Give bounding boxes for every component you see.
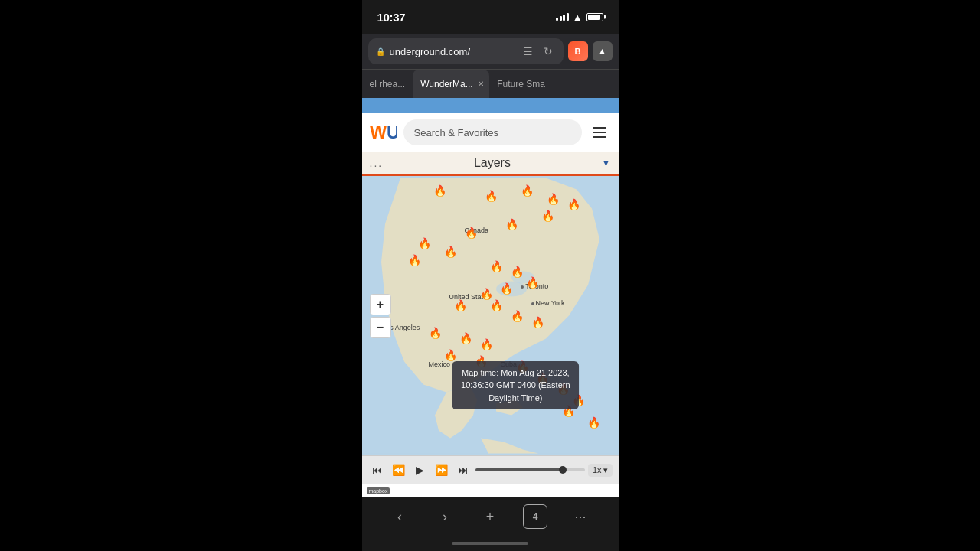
fire-icon: 🔥	[505, 218, 518, 230]
wu-header: WU Search & Favorites	[362, 113, 619, 152]
status-bar: 10:37 ▲	[362, 0, 619, 34]
layers-label: Layers	[383, 156, 601, 170]
fire-icon: 🔥	[408, 254, 421, 266]
fire-icon: 🔥	[480, 338, 493, 350]
add-tab-button[interactable]: +	[478, 504, 502, 529]
forward-button[interactable]: ›	[433, 504, 457, 529]
forward-icon: ›	[443, 509, 447, 525]
fire-icon: 🔥	[587, 416, 600, 429]
back-icon: ‹	[397, 509, 402, 525]
tooltip-line2: 10:36:30 GMT-0400 (Eastern	[461, 380, 570, 390]
tab-2[interactable]: WunderMa... ✕	[413, 70, 489, 99]
map-svg	[362, 176, 619, 455]
play-button[interactable]: ▶	[411, 461, 430, 479]
tab-3[interactable]: Future Sma	[489, 70, 553, 99]
address-input[interactable]: 🔒 underground.com/ ☰ ↻	[368, 38, 564, 64]
reload-icon[interactable]: ↻	[541, 42, 556, 60]
menu-icon	[593, 132, 606, 133]
fire-icon: 🔥	[531, 316, 544, 328]
svg-text:WU: WU	[370, 122, 397, 142]
map-area[interactable]: Los Angeles United States Toronto New Yo…	[362, 176, 619, 455]
add-icon: +	[486, 509, 495, 525]
menu-button[interactable]	[588, 121, 611, 144]
fire-icon: 🔥	[465, 227, 478, 239]
signal-icon	[556, 13, 569, 21]
tab-2-close[interactable]: ✕	[478, 79, 484, 90]
progress-track[interactable]	[475, 468, 585, 471]
playback-bar: ⏮ ⏪ ▶ ⏩ ⏭ 1x ▾	[362, 455, 619, 484]
tab-3-label: Future Sma	[497, 79, 545, 90]
ios-bottom-nav: ‹ › + 4 ···	[362, 497, 619, 536]
tab-count-button[interactable]: 4	[523, 504, 547, 529]
zoom-out-button[interactable]: −	[370, 317, 391, 338]
fire-icon: 🔥	[521, 184, 534, 197]
map-controls: + −	[370, 294, 391, 338]
tabs-bar: el rhea... WunderMa... ✕ Future Sma	[362, 69, 619, 98]
fire-icon: 🔥	[454, 299, 467, 311]
back-button[interactable]: ‹	[387, 504, 412, 529]
city-label-newyork: New York	[531, 299, 565, 307]
fire-icon: 🔥	[490, 260, 503, 272]
tab-count: 4	[533, 511, 538, 522]
reader-mode-icon[interactable]: ☰	[520, 42, 536, 60]
layers-bar[interactable]: ... Layers ▼	[362, 152, 619, 176]
fire-icon: 🔥	[547, 193, 560, 205]
rewind-button[interactable]: ⏪	[390, 461, 408, 479]
mapbox-bar: mapbox	[362, 484, 619, 497]
fire-icon: 🔥	[459, 332, 472, 344]
city-label-mexico: Mexico	[429, 360, 451, 368]
blue-accent-bar	[362, 98, 619, 113]
fire-icon: 🔥	[418, 237, 431, 249]
progress-fill	[475, 468, 564, 471]
tab-1-label: el rhea...	[370, 79, 406, 90]
browser-chrome: 🔒 underground.com/ ☰ ↻ B ▲ el rhea... Wu…	[362, 34, 619, 98]
ios-home-bar	[362, 536, 619, 551]
fire-icon: 🔥	[567, 198, 580, 210]
skip-to-start-button[interactable]: ⏮	[368, 461, 387, 479]
battery-icon	[586, 13, 603, 21]
fire-icon: 🔥	[500, 282, 513, 295]
lock-icon: 🔒	[376, 47, 385, 56]
tooltip-line3: Daylight Time)	[488, 393, 542, 403]
fire-icon: 🔥	[485, 190, 498, 202]
layers-dropdown-arrow: ▼	[602, 158, 611, 168]
fire-icon: 🔥	[511, 310, 524, 322]
fire-icon: 🔥	[444, 246, 457, 258]
menu-icon	[593, 136, 606, 138]
address-bar: 🔒 underground.com/ ☰ ↻ B ▲	[362, 34, 619, 69]
tab-1[interactable]: el rhea...	[362, 70, 413, 99]
url-text: underground.com/	[390, 46, 515, 57]
map-tooltip: Map time: Mon Aug 21 2023, 10:36:30 GMT-…	[452, 361, 579, 410]
mapbox-logo: mapbox	[367, 487, 390, 494]
fire-icon: 🔥	[433, 184, 446, 197]
zoom-in-button[interactable]: +	[370, 294, 391, 315]
speed-selector[interactable]: 1x ▾	[588, 464, 612, 477]
wu-logo[interactable]: WU	[370, 122, 397, 143]
shield-alert-icon[interactable]: ▲	[593, 41, 612, 61]
more-button[interactable]: ···	[568, 504, 593, 529]
fire-icon: 🔥	[444, 349, 457, 361]
fire-icon: 🔥	[511, 266, 524, 278]
fire-icon: 🔥	[490, 299, 503, 311]
fire-icon: 🔥	[429, 327, 442, 339]
speed-value: 1x	[593, 465, 602, 474]
home-indicator[interactable]	[452, 542, 528, 545]
speed-dropdown-arrow: ▾	[603, 465, 608, 475]
fast-forward-button[interactable]: ⏩	[433, 461, 451, 479]
menu-icon	[593, 127, 606, 129]
tab-2-label: WunderMa...	[420, 79, 472, 90]
tooltip-line1: Map time: Mon Aug 21 2023,	[462, 368, 570, 377]
progress-thumb[interactable]	[559, 466, 567, 474]
status-icons: ▲	[556, 11, 603, 23]
layers-dots: ...	[370, 157, 384, 169]
fire-icon: 🔥	[480, 288, 493, 300]
search-input[interactable]: Search & Favorites	[403, 119, 582, 145]
brave-icon[interactable]: B	[568, 41, 588, 61]
more-icon: ···	[574, 509, 586, 525]
fire-icon: 🔥	[541, 210, 554, 222]
wifi-icon: ▲	[573, 11, 583, 23]
skip-to-end-button[interactable]: ⏭	[454, 461, 472, 479]
search-placeholder: Search & Favorites	[414, 127, 499, 139]
status-time: 10:37	[377, 11, 406, 24]
fire-icon: 🔥	[526, 276, 539, 289]
